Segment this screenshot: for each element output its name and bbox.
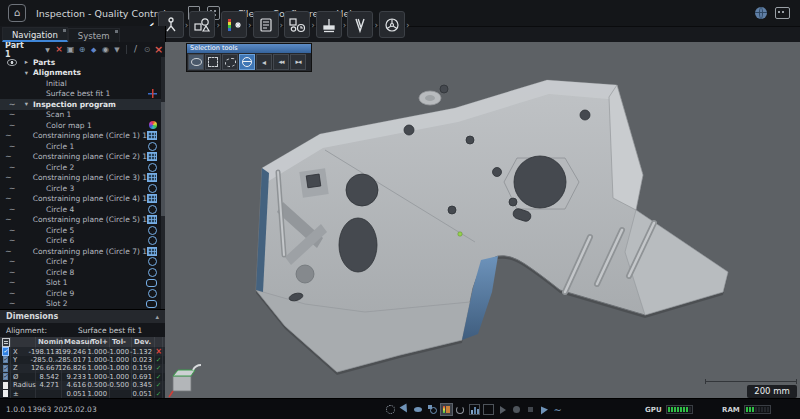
dimensions-panel-header[interactable]: Dimensions ▴ (0, 309, 165, 323)
row-checkbox[interactable] (3, 373, 8, 380)
column-header[interactable] (155, 337, 163, 347)
mesh-icon[interactable] (525, 404, 536, 415)
volume-select-icon[interactable] (239, 54, 255, 70)
box-icon[interactable] (483, 404, 494, 415)
tree-item[interactable]: Constraining plane (Circle 4) 1 (0, 194, 165, 205)
tree-item[interactable]: Color map 1 (0, 120, 165, 131)
visibility-icon[interactable] (100, 44, 111, 55)
link-icon[interactable] (142, 44, 153, 55)
dimension-row[interactable]: Ø 8.542 9.233 1.000 -1.000 0.691 (0, 373, 165, 382)
dimension-row[interactable]: Z 126.667 126.826 1.000 -1.000 0.159 (0, 364, 165, 373)
part-selector[interactable]: Part 1 (5, 41, 31, 59)
show-select-icon[interactable] (188, 54, 204, 70)
tree-item[interactable]: Slot 1 (0, 278, 165, 289)
tree-item[interactable]: Circle 7 (0, 257, 165, 268)
tree-item[interactable]: Constraining plane (Circle 5) 1 (0, 215, 165, 226)
duplicate-icon[interactable] (65, 44, 76, 55)
dimension-row[interactable]: ± 0.051 1.000 0.051 (0, 390, 165, 399)
pointer-icon[interactable] (399, 404, 410, 415)
tree-item[interactable]: Circle 6 (0, 236, 165, 247)
remove-icon[interactable] (153, 44, 164, 55)
row-checkbox[interactable] (3, 365, 8, 372)
column-header[interactable] (0, 337, 11, 347)
part-dropdown-icon[interactable]: ▼ (45, 46, 50, 53)
row-checkbox[interactable] (3, 356, 8, 363)
freeform-select-icon[interactable] (222, 54, 238, 70)
home-icon[interactable]: ⌂ (8, 4, 26, 22)
expand-group-icon[interactable]: › (280, 20, 284, 30)
delete-icon[interactable] (54, 44, 65, 55)
dimension-row[interactable]: Y -285.0... -285.017 1.000 -1.000 0.023 (0, 356, 165, 365)
play-icon[interactable] (497, 404, 508, 415)
row-checkbox[interactable] (3, 348, 8, 355)
tree-item[interactable]: Inspection program (0, 99, 165, 110)
tree-item[interactable]: Constraining plane (Circle 3) 1 (0, 173, 165, 184)
row-checkbox[interactable] (3, 382, 8, 389)
tree-item[interactable]: Circle 1 (0, 141, 165, 152)
compare-tools-button[interactable] (284, 11, 310, 38)
curve-icon[interactable] (553, 404, 564, 415)
tree-item[interactable]: Circle 2 (0, 162, 165, 173)
column-header[interactable]: Tol+ (89, 337, 110, 347)
expand-group-icon[interactable]: › (185, 20, 189, 30)
globe-icon[interactable] (755, 7, 767, 19)
wing-icon[interactable] (539, 404, 550, 415)
sphere-icon[interactable] (511, 404, 522, 415)
tree-item[interactable]: Constraining plane (Circle 7) 1 (0, 246, 165, 257)
expand-group-icon[interactable]: › (311, 20, 315, 30)
paint-icon[interactable] (89, 44, 100, 55)
column-header[interactable] (11, 337, 36, 347)
tree-caret-icon[interactable] (20, 69, 33, 77)
tree-item[interactable]: Slot 2 (0, 299, 165, 310)
tree-item[interactable]: Constraining plane (Circle 1) 1 (0, 131, 165, 142)
tree-item[interactable]: Alignments (0, 68, 165, 79)
colormap-toggle-icon[interactable] (441, 404, 452, 415)
dimension-row[interactable]: Radius 4.271 4.616 0.500 -0.500 0.345 (0, 381, 165, 390)
column-header[interactable]: Measur (62, 337, 89, 347)
filter-icon[interactable] (112, 44, 123, 55)
tree-item[interactable]: Parts (0, 57, 165, 68)
settings-icon[interactable] (385, 404, 396, 415)
expand-group-icon[interactable]: › (248, 20, 252, 30)
expand-group-icon[interactable]: › (374, 20, 378, 30)
expand-group-icon[interactable]: › (406, 20, 410, 30)
tree-item[interactable]: Circle 4 (0, 204, 165, 215)
model-tools-button[interactable] (379, 11, 405, 38)
cleanup-tools-button[interactable] (316, 11, 342, 38)
selection-tools-title[interactable]: Selection tools (187, 44, 311, 53)
row-checkbox[interactable] (3, 390, 8, 397)
gauge-tools-button[interactable] (347, 11, 373, 38)
tree-item[interactable]: Scan 1 (0, 110, 165, 121)
measure-icon[interactable] (130, 44, 141, 55)
tree-caret-icon[interactable] (20, 58, 33, 66)
alignment-value[interactable]: Surface best fit 1 (78, 326, 142, 335)
dimension-row[interactable]: X -198.113 -199.246 1.000 -1.000 -1.132 (0, 347, 165, 356)
feature-tools-button[interactable] (189, 11, 215, 38)
3d-viewport[interactable]: Selection tools 200 mm (165, 42, 800, 398)
tree-item[interactable]: Circle 3 (0, 183, 165, 194)
tree-item[interactable]: Circle 9 (0, 288, 165, 299)
report-tools-button[interactable] (253, 11, 279, 38)
column-header[interactable]: Nomin (36, 337, 62, 347)
align-icon[interactable] (77, 44, 88, 55)
refresh-icon[interactable] (455, 404, 466, 415)
tree-item[interactable]: Circle 5 (0, 225, 165, 236)
tree-item[interactable]: Initial (0, 78, 165, 89)
view-icon[interactable] (413, 404, 424, 415)
collapse-panel-icon[interactable]: ▴ (155, 313, 159, 321)
features-icon[interactable] (427, 404, 438, 415)
tree-item[interactable]: Circle 8 (0, 267, 165, 278)
sidebar-tab[interactable]: System (68, 28, 120, 42)
expand-group-icon[interactable]: › (343, 20, 347, 30)
histogram-icon[interactable] (469, 404, 480, 415)
rotate-right-select-icon[interactable] (273, 54, 289, 70)
sidebar-tab[interactable]: Navigation (2, 27, 68, 42)
tree-caret-icon[interactable] (20, 100, 33, 108)
tree-item[interactable]: Constraining plane (Circle 2) 1 (0, 152, 165, 163)
column-header[interactable]: Tol- (110, 337, 132, 347)
column-header[interactable]: Dev. (132, 337, 155, 347)
rectangle-select-icon[interactable] (205, 54, 221, 70)
flip-select-icon[interactable] (290, 54, 306, 70)
tree-item[interactable]: Surface best fit 1 (0, 89, 165, 100)
feedback-icon[interactable] (775, 7, 790, 19)
